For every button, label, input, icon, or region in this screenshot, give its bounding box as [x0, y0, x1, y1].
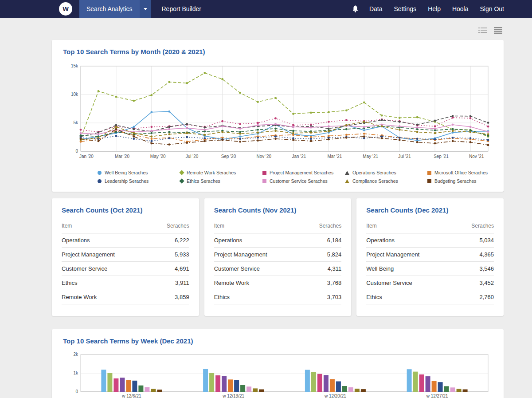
legend-item[interactable]: Budgeting Seraches: [427, 178, 510, 184]
bar[interactable]: [438, 382, 443, 392]
bar[interactable]: [253, 388, 258, 392]
legend-item[interactable]: Well Being Seraches: [98, 170, 180, 175]
svg-text:2k: 2k: [73, 352, 78, 357]
bar[interactable]: [463, 390, 468, 392]
bar[interactable]: [209, 373, 214, 392]
table-row: Remote Work3,859: [62, 290, 189, 304]
bar[interactable]: [157, 390, 162, 392]
svg-text:Jul '20: Jul '20: [186, 154, 199, 159]
item-cell: Customer Service: [62, 262, 151, 276]
bar[interactable]: [113, 378, 118, 392]
bar[interactable]: [101, 370, 106, 392]
item-cell: Customer Service: [366, 276, 456, 290]
search-counts-table: Item Seraches Operations6,222Project Man…: [62, 220, 189, 304]
bar[interactable]: [419, 374, 424, 392]
line-chart-legend: Well Being SerachesRemote Work SerachesP…: [98, 170, 493, 184]
bar[interactable]: [107, 373, 112, 392]
table-row: Project Management4,365: [366, 248, 494, 262]
bar[interactable]: [151, 389, 156, 392]
nav-link-settings[interactable]: Settings: [394, 5, 417, 12]
line-chart-container: 05k10k15kJan '20Mar '20May '20Jul '20Sep…: [63, 62, 493, 166]
circle-marker-icon: [98, 171, 102, 175]
nav-link-data[interactable]: Data: [369, 5, 383, 12]
bar[interactable]: [457, 389, 462, 392]
app-logo[interactable]: w: [59, 2, 72, 16]
bar[interactable]: [228, 379, 233, 392]
line-chart: 05k10k15kJan '20Mar '20May '20Jul '20Sep…: [63, 62, 493, 164]
legend-label: Budgeting Seraches: [434, 178, 477, 184]
bar[interactable]: [132, 381, 137, 392]
legend-item[interactable]: Operations Seraches: [345, 170, 427, 175]
legend-item[interactable]: Microsoft Office Seraches: [427, 170, 510, 175]
bar[interactable]: [120, 378, 125, 392]
nav-link-hoola[interactable]: Hoola: [452, 5, 469, 12]
legend-label: Compliance Seraches: [352, 178, 398, 184]
legend-item[interactable]: Remote Work Seraches: [180, 170, 262, 175]
legend-item[interactable]: Leadership Seraches: [98, 178, 180, 184]
bar[interactable]: [413, 372, 418, 392]
bar[interactable]: [234, 380, 239, 392]
list-view-icon[interactable]: [493, 27, 503, 34]
bar[interactable]: [215, 375, 220, 392]
bar[interactable]: [259, 390, 264, 392]
svg-text:w 12/27/21: w 12/27/21: [426, 394, 448, 398]
bar[interactable]: [407, 369, 412, 392]
legend-label: Remote Work Seraches: [187, 170, 236, 175]
legend-label: Leadership Seraches: [105, 178, 149, 184]
svg-text:May '21: May '21: [363, 154, 378, 159]
bar[interactable]: [426, 376, 430, 392]
item-cell: Well Being: [366, 262, 456, 276]
line-chart-title: Top 10 Search Terms by Month (2020 & 202…: [63, 48, 493, 55]
diamond-marker-icon: [179, 178, 184, 183]
bar[interactable]: [432, 381, 437, 392]
item-cell: Remote Work: [62, 290, 151, 304]
bar[interactable]: [126, 380, 131, 392]
bar[interactable]: [336, 382, 341, 392]
item-cell: Ethics: [62, 276, 151, 290]
svg-text:Nov '20: Nov '20: [257, 154, 272, 159]
table-row: Ethics3,703: [214, 290, 342, 304]
legend-item[interactable]: Compliance Seraches: [345, 178, 427, 184]
column-header-seraches: Seraches: [151, 220, 189, 233]
count-cell: 2,760: [456, 290, 494, 304]
bar[interactable]: [444, 386, 449, 392]
legend-label: Microsoft Office Seraches: [434, 170, 488, 175]
bar[interactable]: [246, 386, 251, 392]
legend-item[interactable]: Ethics Seraches: [180, 178, 262, 184]
svg-text:Nov '21: Nov '21: [469, 154, 484, 159]
bar[interactable]: [305, 370, 310, 392]
svg-text:0: 0: [75, 149, 78, 154]
bar[interactable]: [450, 387, 455, 392]
bar[interactable]: [324, 375, 329, 392]
bar[interactable]: [311, 372, 316, 392]
legend-item[interactable]: Customer Service Seraches: [262, 178, 345, 184]
item-cell: Remote Work: [214, 276, 304, 290]
table-view-icon[interactable]: [478, 27, 487, 34]
tab-search-analytics[interactable]: Search Analytics: [79, 0, 140, 18]
bar[interactable]: [342, 386, 347, 392]
bar[interactable]: [361, 389, 366, 392]
bar[interactable]: [317, 374, 322, 392]
legend-label: Ethics Seraches: [187, 178, 220, 184]
bar[interactable]: [222, 376, 227, 392]
bar[interactable]: [330, 379, 335, 392]
nav-link-help[interactable]: Help: [428, 5, 441, 12]
bar[interactable]: [145, 387, 149, 392]
item-cell: Project Management: [366, 248, 456, 262]
tab-report-builder[interactable]: Report Builder: [155, 0, 209, 18]
bar[interactable]: [348, 387, 353, 392]
bar[interactable]: [203, 369, 208, 392]
svg-text:15k: 15k: [71, 63, 78, 68]
nav-link-sign-out[interactable]: Sign Out: [480, 5, 504, 12]
count-cell: 3,859: [151, 290, 189, 304]
search-counts-oct-card: Search Counts (Oct 2021) Item Seraches O…: [52, 198, 199, 316]
legend-item[interactable]: Project Management Seraches: [262, 170, 345, 175]
bar[interactable]: [240, 385, 245, 392]
notifications-bell-icon[interactable]: [352, 5, 359, 13]
triangle-marker-icon: [345, 171, 349, 175]
bar[interactable]: [138, 386, 143, 392]
search-analytics-dropdown[interactable]: [140, 0, 151, 18]
svg-text:Mar '21: Mar '21: [327, 154, 342, 159]
svg-text:Sep '20: Sep '20: [221, 154, 236, 159]
bar[interactable]: [355, 389, 360, 392]
